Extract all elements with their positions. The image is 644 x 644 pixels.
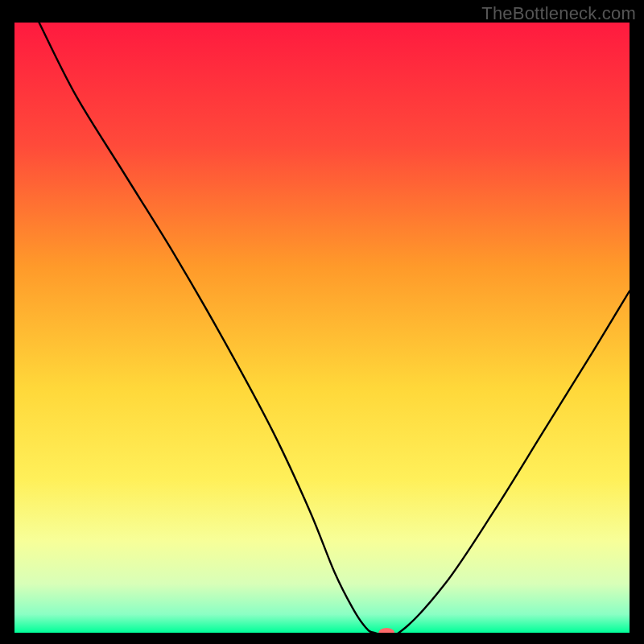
watermark-text: TheBottleneck.com xyxy=(481,3,636,24)
chart-plot-area xyxy=(14,23,630,633)
bottleneck-chart xyxy=(14,23,630,633)
